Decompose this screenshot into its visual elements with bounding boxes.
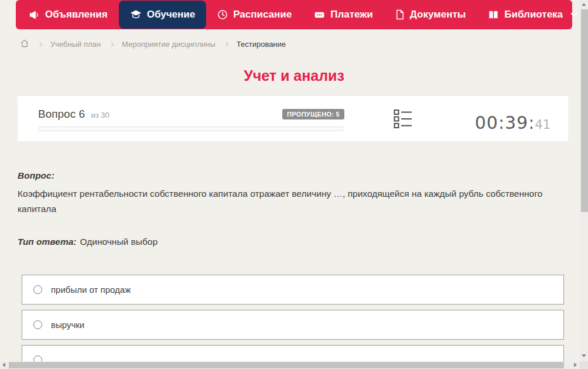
breadcrumb-item-discipline-event[interactable]: Мероприятие дисциплины — [122, 40, 216, 49]
question-list-icon[interactable] — [394, 109, 412, 131]
scrollbar-corner — [580, 361, 588, 369]
nav-item-label: Документы — [410, 9, 466, 20]
answer-type-row: Тип ответа:Одиночный выбор — [18, 237, 570, 247]
megaphone-icon — [29, 9, 40, 20]
answer-type-label: Тип ответа: — [18, 237, 77, 247]
answer-option[interactable]: прибыли от продаж — [22, 275, 564, 305]
main-navbar: Объявления Обучение Расписание Платежи Д… — [16, 0, 572, 29]
progress-bar — [38, 127, 344, 131]
radio-button[interactable] — [33, 285, 42, 294]
scroll-left-arrow-icon[interactable] — [2, 363, 5, 367]
horizontal-scrollbar[interactable] — [0, 361, 580, 369]
scroll-up-arrow-icon[interactable] — [582, 3, 586, 6]
nav-item-label: Объявления — [45, 9, 108, 20]
answer-option[interactable]: выручки — [22, 310, 564, 340]
answer-type-value: Одиночный выбор — [80, 237, 158, 247]
question-header-card: Вопрос 6 из 30 ПРОПУЩЕНО: 5 00:39: 41 — [18, 96, 568, 141]
clock-icon — [217, 9, 228, 20]
scroll-down-arrow-icon[interactable] — [582, 354, 586, 357]
nav-item-label: Обучение — [147, 9, 195, 20]
chevron-right-icon — [109, 42, 114, 46]
vertical-scrollbar-thumb[interactable] — [581, 9, 588, 212]
chevron-right-icon — [224, 42, 228, 46]
scroll-right-arrow-icon[interactable] — [574, 363, 577, 367]
answer-options: прибыли от продаж выручки — [22, 275, 564, 369]
nav-item-announcements[interactable]: Объявления — [18, 1, 119, 29]
chevron-down-icon — [570, 12, 577, 17]
timer-hours-minutes: 00:39: — [475, 112, 535, 133]
answer-option-label: выручки — [51, 320, 84, 330]
nav-item-label: Библиотека — [504, 9, 563, 20]
breadcrumb: Учебный план Мероприятие дисциплины Тест… — [20, 39, 588, 50]
radio-button[interactable] — [33, 320, 42, 329]
nav-item-schedule[interactable]: Расписание — [206, 1, 303, 29]
nav-item-label: Расписание — [233, 9, 292, 20]
document-icon — [395, 9, 405, 20]
nav-item-payments[interactable]: Платежи — [303, 1, 384, 29]
skipped-badge: ПРОПУЩЕНО: 5 — [282, 109, 344, 119]
nav-item-label: Платежи — [330, 9, 373, 20]
question-number: Вопрос 6 — [38, 108, 85, 120]
nav-item-learning[interactable]: Обучение — [119, 1, 206, 29]
question-body: Вопрос: Коэффициент рентабельности собст… — [18, 170, 570, 247]
book-icon — [488, 9, 499, 20]
timer-seconds: 41 — [535, 118, 551, 132]
question-counter: Вопрос 6 из 30 — [38, 108, 110, 121]
question-total: из 30 — [91, 111, 109, 119]
chevron-right-icon — [37, 42, 42, 46]
breadcrumb-item-testing: Тестирование — [237, 40, 286, 49]
question-label: Вопрос: — [18, 170, 570, 181]
question-text: Коэффициент рентабельности собственного … — [18, 186, 545, 217]
answer-option-label: прибыли от продаж — [51, 285, 131, 295]
breadcrumb-item-curriculum[interactable]: Учебный план — [50, 40, 101, 49]
test-timer: 00:39: 41 — [475, 112, 551, 133]
page-title: Учет и анализ — [0, 67, 588, 84]
nav-item-library[interactable]: Библиотека — [477, 1, 588, 29]
nav-item-documents[interactable]: Документы — [384, 1, 477, 29]
graduation-cap-icon — [130, 9, 142, 20]
question-progress-block: Вопрос 6 из 30 ПРОПУЩЕНО: 5 — [38, 108, 344, 131]
vertical-scrollbar[interactable] — [580, 0, 588, 361]
home-icon[interactable] — [20, 39, 29, 50]
payment-icon — [314, 9, 325, 20]
horizontal-scrollbar-thumb[interactable] — [9, 362, 564, 368]
